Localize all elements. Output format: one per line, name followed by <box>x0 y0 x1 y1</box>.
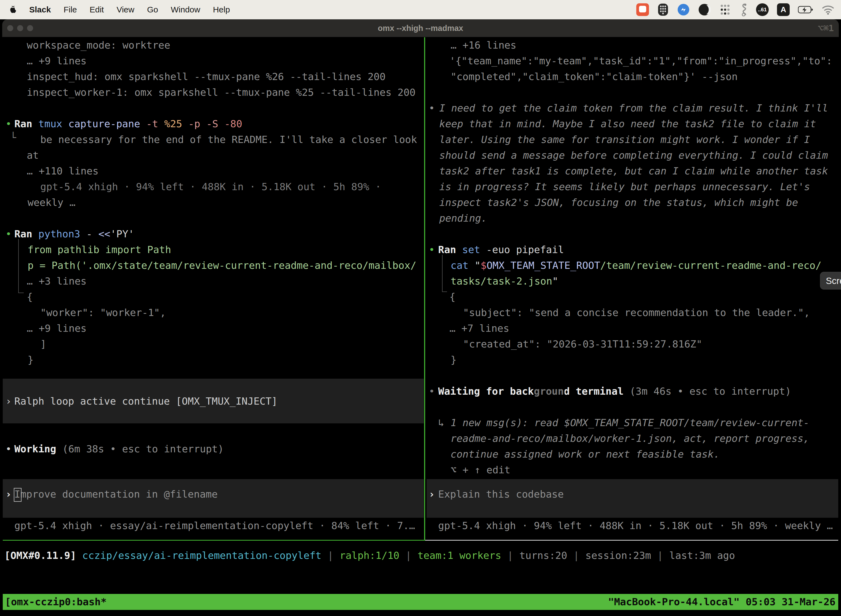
thinking-line: keep that in mind. Maybe I also need the… <box>439 116 816 132</box>
vpn-lightning-icon[interactable] <box>677 3 690 16</box>
env-var-dollar: $ <box>481 258 487 273</box>
log-line: inspect_worker-1: omx sparkshell --tmux-… <box>27 84 416 100</box>
thinking-line: should send a message before completing … <box>439 147 828 163</box>
text-cursor <box>14 488 22 502</box>
run-bullet-icon: • <box>6 116 12 132</box>
menu-app-name[interactable]: Slack <box>29 5 51 14</box>
working-label: Working <box>14 441 56 457</box>
ralph-counter: ralph:1/10 <box>340 547 400 563</box>
session-duration: session:23m <box>585 547 651 563</box>
prompt-placeholder[interactable]: Improve documentation in @filename <box>14 486 218 502</box>
ran-label: Ran <box>14 116 32 132</box>
wifi-icon[interactable] <box>822 5 834 15</box>
menu-item-view[interactable]: View <box>116 5 134 14</box>
battery-icon[interactable] <box>798 6 813 13</box>
thinking-line: is in progress? It seems likely but perh… <box>439 179 810 195</box>
command-name: python3 <box>38 226 80 242</box>
contrast-crescent-icon[interactable] <box>698 3 711 16</box>
subcommand: capture-pane <box>69 116 140 132</box>
separator: | <box>405 547 412 563</box>
menu-item-file[interactable]: File <box>63 5 77 14</box>
window-title: omx --xhigh --madmax <box>378 19 463 37</box>
command-name: tmux <box>38 116 62 132</box>
ran-label: Ran <box>14 226 32 242</box>
output-corner-glyph: └ <box>10 130 16 145</box>
command-line: Ran tmux capture-pane -t %25 -p -S -80 <box>14 116 242 132</box>
thinking-line: pending. <box>439 210 487 226</box>
flag: -p <box>188 116 200 132</box>
run-bullet-icon: • <box>6 226 12 242</box>
prompt-placeholder[interactable]: Explain this codebase <box>438 486 564 502</box>
project-name: cczip/essay/ai-reimplementation-copyleft <box>82 547 321 563</box>
mailbox-note-line: readme-and-reco/mailbox/worker-1.json, a… <box>451 431 809 446</box>
separator: | <box>328 547 334 563</box>
pane-status-line: gpt-5.4 xhigh · essay/ai-reimplementatio… <box>14 518 415 534</box>
shield-grid-icon[interactable] <box>657 3 669 16</box>
menu-item-edit[interactable]: Edit <box>90 5 104 14</box>
thinking-bullet-icon: • <box>429 100 435 116</box>
command-output: be necessary for the end of the README. … <box>40 132 417 147</box>
working-detail: (6m 38s • esc to interrupt) <box>62 441 224 457</box>
flag: -80 <box>224 116 242 132</box>
log-line: inspect_hud: omx sparkshell --tmux-pane … <box>27 69 385 84</box>
minimize-window-button[interactable] <box>17 25 23 31</box>
json-output: } <box>451 352 457 368</box>
menu-item-window[interactable]: Window <box>171 5 200 14</box>
team-workers: team:1 workers <box>418 547 501 563</box>
squiggle-s-icon[interactable] <box>740 3 748 16</box>
menu-item-help[interactable]: Help <box>213 5 230 14</box>
command-line: Ran set -euo pipefail <box>438 242 564 258</box>
prompt-arrow-icon: › <box>6 486 12 502</box>
desktop-screen: Slack File Edit View Go Window Help <box>0 0 841 616</box>
menu-item-go[interactable]: Go <box>147 5 158 14</box>
code-line: p = Path('.omx/state/team/review-current… <box>28 258 416 273</box>
chat-app-icon[interactable] <box>636 3 649 16</box>
heredoc-tag: 'PY' <box>110 226 134 242</box>
quote: " <box>475 258 481 273</box>
command-name: cat <box>451 258 469 273</box>
macos-menu-bar: Slack File Edit View Go Window Help <box>0 0 841 19</box>
screen-tooltip: Scre <box>820 272 841 289</box>
log-line: … +9 lines <box>27 53 86 69</box>
tmux-hostname: "MacBook-Pro-44.local" <box>608 594 740 610</box>
dots-grid-icon[interactable] <box>719 4 731 16</box>
separator: | <box>507 547 513 563</box>
edit-shortcut-hint: ⌥ + ↑ edit <box>451 462 510 478</box>
count-badge-icon[interactable]: ..61 <box>756 3 769 16</box>
path-segment: /team/review-current-readme-and-reco/ <box>600 258 821 273</box>
pane-divider[interactable] <box>424 37 425 541</box>
mailbox-note-line: 1 new msg(s): read $OMX_TEAM_STATE_ROOT/… <box>451 415 809 431</box>
omx-version: [OMX#0.11.9] <box>4 547 76 563</box>
pane-status-line: gpt-5.4 xhigh · 94% left · 488K in · 5.1… <box>438 518 833 534</box>
waiting-status: Waiting for background terminal (3m 46s … <box>438 383 791 399</box>
thinking-line: I need to get the claim token from the c… <box>439 100 828 116</box>
msg-arrow-icon: ↳ <box>438 415 444 431</box>
apple-menu-icon[interactable] <box>9 5 16 14</box>
zoom-window-button[interactable] <box>27 25 33 31</box>
json-output: { <box>450 289 456 305</box>
dash-arg: - <box>86 226 92 242</box>
tmux-session-name[interactable]: [omx-cczip0:bash* <box>3 594 107 610</box>
command-output: at <box>27 147 39 163</box>
close-window-button[interactable] <box>7 25 13 31</box>
thinking-line: inspect task2's JSON, focusing on the st… <box>439 195 798 210</box>
more-lines-note: … +110 lines <box>27 163 98 179</box>
working-bullet-icon: • <box>6 441 12 457</box>
tmux-date: 31-Mar-26 <box>782 594 835 610</box>
json-output: { <box>27 289 33 305</box>
path-segment: tasks/task-2.json <box>451 273 552 289</box>
usage-summary: gpt-5.4 xhigh · 94% left · 488K in · 5.1… <box>40 179 381 195</box>
command-args: -euo pipefail <box>486 242 564 258</box>
command-line: Ran python3 - << 'PY' <box>14 226 134 242</box>
more-lines-note: … +7 lines <box>450 320 509 336</box>
indent-guide <box>442 255 442 292</box>
letter-a-badge-icon[interactable]: A <box>777 3 790 16</box>
json-output: } <box>28 352 34 368</box>
env-var-name: OMX_TEAM_STATE_ROOT <box>486 258 600 273</box>
command-line: cat " $ OMX_TEAM_STATE_ROOT /team/review… <box>451 258 821 273</box>
ralph-loop-text: Ralph loop active continue [OMX_TMUX_INJ… <box>14 393 278 409</box>
waiting-label: Waiting for background terminal <box>438 383 624 399</box>
run-bullet-icon: • <box>429 242 435 258</box>
left-pane-border <box>3 540 424 541</box>
right-pane-border <box>425 540 838 541</box>
